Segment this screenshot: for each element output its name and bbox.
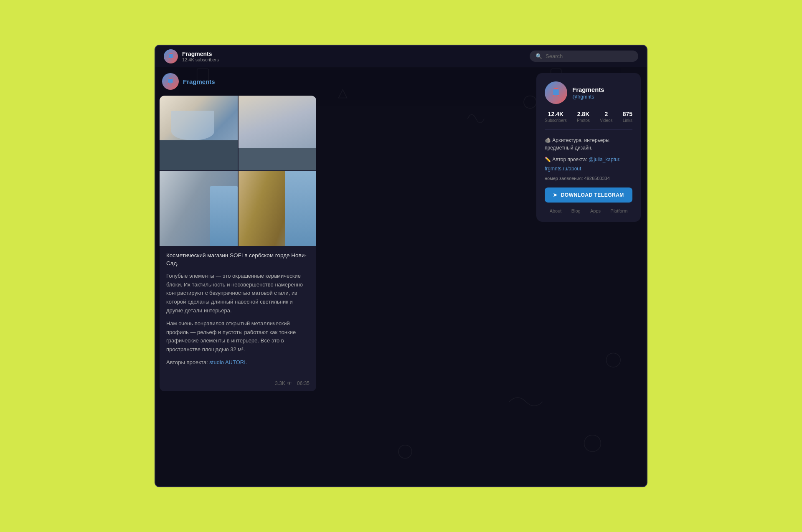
svg-rect-1: [169, 54, 173, 57]
stat-links-value: 875: [623, 111, 632, 117]
stat-links-label: Links: [623, 118, 632, 123]
main-content: Fragments Косметический магазин SOFI в с…: [155, 67, 647, 486]
photo-4: [239, 171, 317, 246]
post-body: Голубые элементы — это окрашенные керами…: [166, 272, 310, 367]
stat-links: 875 Links: [623, 111, 632, 123]
post-paragraph-1: Голубые элементы — это окрашенные керами…: [166, 272, 310, 315]
svg-point-15: [398, 445, 412, 459]
photo-3: [160, 171, 238, 246]
chat-column: Fragments Косметический магазин SOFI в с…: [155, 67, 320, 486]
svg-point-13: [584, 435, 601, 452]
eye-icon: 👁: [287, 380, 292, 386]
svg-rect-16: [169, 78, 173, 79]
stat-photos-label: Photos: [577, 118, 590, 123]
post-paragraph-2: Нам очень понравился открытый металличес…: [166, 319, 310, 354]
profile-author-link[interactable]: @julia_kaptur.: [589, 157, 620, 162]
chat-header: Fragments: [155, 67, 320, 96]
download-telegram-button[interactable]: ➤ DOWNLOAD TELEGRAM: [545, 187, 632, 203]
svg-rect-22: [553, 89, 558, 94]
title-bar-right: 🔍 Search: [401, 51, 638, 62]
stat-videos: 2 Videos: [600, 111, 612, 123]
post-time: 06:35: [297, 380, 310, 386]
svg-rect-0: [169, 53, 172, 54]
svg-point-6: [524, 96, 536, 108]
post-views: 3.3K 👁: [275, 380, 292, 386]
app-window: Fragments 12.4K subscribers 🔍 Search: [155, 45, 647, 487]
telegram-icon: ➤: [553, 192, 558, 198]
post-card: Косметический магазин SOFI в сербском го…: [160, 96, 316, 391]
profile-name-block: Fragments @frgmnts: [572, 86, 604, 100]
download-button-label: DOWNLOAD TELEGRAM: [561, 192, 624, 198]
title-channel-info: Fragments 12.4K subscribers: [182, 51, 219, 62]
profile-website[interactable]: frgmnts.ru/about: [545, 166, 632, 172]
search-icon: 🔍: [536, 53, 542, 59]
chat-channel-name: Fragments: [183, 78, 215, 85]
svg-rect-21: [554, 88, 558, 89]
svg-rect-20: [168, 82, 173, 83]
post-views-count: 3.3K: [275, 380, 285, 386]
footer-link-about[interactable]: About: [550, 208, 562, 213]
title-bar: Fragments 12.4K subscribers 🔍 Search: [155, 46, 647, 67]
profile-header: Fragments @frgmnts: [545, 81, 632, 104]
profile-id: номер заявления: 4926503334: [545, 176, 632, 181]
stat-subscribers-value: 12.4K: [548, 111, 563, 117]
post-text-area: Косметический магазин SOFI в сербском го…: [160, 246, 316, 377]
profile-avatar: [545, 81, 567, 104]
profile-author: ✏️ Автор проекта: @julia_kaptur.: [545, 157, 632, 162]
stat-subscribers-label: Subscribers: [545, 118, 567, 123]
footer-link-blog[interactable]: Blog: [571, 208, 581, 213]
profile-stats: 12.4K Subscribers 2.8K Photos 2 Videos 8…: [545, 111, 632, 130]
post-photo-grid: [160, 96, 316, 246]
post-author-line: Авторы проекта: studio AUTORI.: [166, 358, 310, 367]
footer-link-apps[interactable]: Apps: [590, 208, 601, 213]
title-channel-subscribers: 12.4K subscribers: [182, 57, 219, 62]
stat-videos-value: 2: [604, 111, 608, 117]
svg-rect-4: [169, 57, 173, 58]
profile-handle[interactable]: @frgmnts: [572, 94, 604, 100]
footer-link-platform[interactable]: Platform: [610, 208, 627, 213]
search-bar[interactable]: 🔍 Search: [530, 51, 638, 62]
title-bar-left: Fragments 12.4K subscribers: [164, 49, 401, 63]
profile-panel: Fragments @frgmnts 12.4K Subscribers 2.8…: [536, 73, 641, 222]
stat-videos-label: Videos: [600, 118, 612, 123]
post-title: Косметический магазин SOFI в сербском го…: [166, 252, 310, 268]
stat-photos: 2.8K Photos: [577, 111, 590, 123]
profile-name: Fragments: [572, 86, 604, 94]
channel-avatar-chat: [162, 73, 179, 90]
svg-rect-25: [553, 94, 559, 95]
profile-footer-links: About Blog Apps Platform: [545, 208, 632, 213]
post-footer: 3.3K 👁 06:35: [160, 377, 316, 391]
svg-rect-17: [168, 79, 173, 83]
channel-avatar-title: [164, 49, 178, 63]
title-channel-name: Fragments: [182, 51, 219, 57]
post-author-prefix: Авторы проекта:: [166, 359, 209, 365]
photo-1: [160, 96, 238, 170]
post-author-link[interactable]: studio AUTORI.: [209, 359, 247, 365]
photo-2: [239, 96, 317, 170]
profile-description: 🪨 Архитектура, интерьеры, предметный диз…: [545, 137, 632, 152]
profile-author-text: ✏️ Автор проекта:: [545, 157, 589, 162]
stat-photos-value: 2.8K: [577, 111, 590, 117]
search-placeholder: Search: [546, 53, 563, 59]
stat-subscribers: 12.4K Subscribers: [545, 111, 567, 123]
svg-point-11: [606, 353, 620, 367]
